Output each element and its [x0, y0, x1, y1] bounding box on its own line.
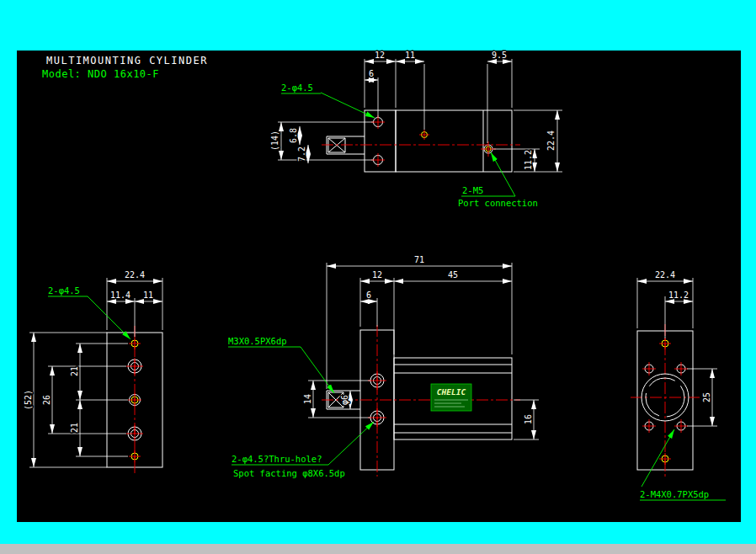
dim-right-11-2: 11.2 [668, 290, 689, 300]
label-port-note: Port connection [458, 198, 538, 208]
bottom-bar [0, 544, 756, 554]
label-spot-facing: Spot facting φ8X6.5dp [233, 468, 345, 478]
dim-ref-14: (14) [270, 131, 280, 151]
dim-7-2: 7.2 [297, 146, 306, 162]
cad-workspace: MULTIMOUNTING CYLINDER Model: NDO 16x10-… [0, 0, 756, 554]
dim-6-8: 6.8 [289, 128, 298, 143]
dim-25: 25 [702, 392, 711, 402]
label-left-holes: 2-φ4.5 [48, 285, 80, 296]
dim-71: 71 [414, 255, 424, 264]
dim-6: 6 [369, 69, 374, 78]
chelic-logo: CHELIC [431, 384, 471, 411]
label-top-holes: 2-φ4.5 [281, 83, 313, 93]
drawing-canvas [17, 51, 741, 522]
dim-left-21b: 21 [70, 423, 79, 433]
dim-11-2: 11.2 [524, 150, 533, 170]
dim-phi6: φ6 [340, 395, 349, 405]
dim-left-26: 26 [42, 395, 51, 405]
drawing-svg: MULTIMOUNTING CYLINDER Model: NDO 16x10-… [0, 0, 756, 554]
drawing-model: Model: NDO 16x10-F [42, 68, 159, 80]
label-thread-m3: M3X0.5PX6dp [228, 336, 287, 346]
dim-9-5: 9.5 [492, 51, 507, 60]
label-thread-m4: 2-M4X0.7PX5dp [640, 489, 709, 499]
dim-left-22-4: 22.4 [125, 270, 145, 280]
dim-right-22-4: 22.4 [655, 270, 675, 280]
label-thru-hole: 2-φ4.5?Thru-hole? [232, 454, 322, 464]
dim-22-4: 22.4 [546, 131, 556, 151]
dim-45: 45 [448, 270, 458, 280]
label-port: 2-M5 [462, 185, 483, 195]
dim-left-ref-52: (52) [24, 390, 33, 410]
dim-left-11-4: 11.4 [110, 290, 130, 300]
dim-16: 16 [524, 414, 533, 424]
logo-text: CHELIC [437, 387, 466, 397]
dim-left-11: 11 [143, 290, 153, 300]
dim-11: 11 [405, 51, 415, 60]
dim-front-6: 6 [366, 290, 371, 300]
drawing-title: MULTIMOUNTING CYLINDER [46, 55, 208, 67]
dim-front-14: 14 [303, 394, 312, 404]
dim-left-21a: 21 [70, 366, 79, 376]
dim-front-12: 12 [372, 270, 382, 280]
dim-12: 12 [375, 51, 385, 60]
